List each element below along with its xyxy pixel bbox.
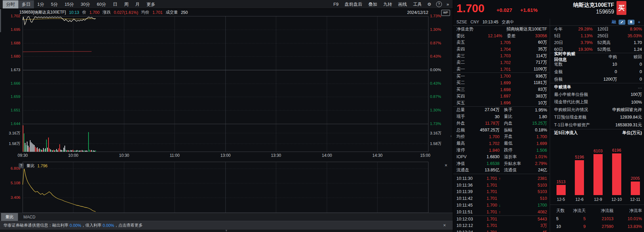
bid1-price: 1.700 <box>473 74 511 79</box>
ask4-price: 1.704 <box>473 47 511 52</box>
axis-label: 1.659 <box>0 94 20 99</box>
pcf-row: 现金替代比例上限100% <box>554 99 642 106</box>
bid-row-3[interactable]: 买三1.69883万 <box>456 86 547 93</box>
stat-label: 总额 <box>456 127 475 133</box>
ask-row-1[interactable]: 卖一1.7011109万 <box>456 66 547 73</box>
left-drag-handle[interactable] <box>0 9 1 32</box>
bid-row-1[interactable]: 买一1.700936万 <box>456 73 547 80</box>
ask-row-3[interactable]: 卖三1.703114万 <box>456 52 547 59</box>
stat-label: 最低 <box>504 141 523 146</box>
bid5-volume: 10万 <box>511 100 547 106</box>
tab-volume-ratio[interactable]: 量比 <box>1 213 18 221</box>
tab-week[interactable]: 周 <box>121 0 132 8</box>
wp-monitor-icon[interactable]: WP <box>441 10 450 16</box>
tab-month[interactable]: 月 <box>132 0 143 8</box>
tab-5min[interactable]: 5分 <box>47 0 61 8</box>
stat-value: 4597.25万 <box>475 127 500 133</box>
pcf-row: 申购赎回允许情况申购赎回皆允许 <box>554 106 642 114</box>
nav-fund-name: 招商纳斯达克100ETF <box>473 26 547 32</box>
tab-macd[interactable]: MACD <box>19 214 40 220</box>
tab-15min[interactable]: 15分 <box>61 0 77 8</box>
tick-row: 10:11:511.701↑4082 <box>456 209 547 215</box>
stat-label: 流通值 <box>504 167 523 173</box>
nav-row[interactable]: 净值走势 招商纳斯达克100ETF <box>456 26 547 33</box>
tab-more[interactable]: 更多 <box>143 0 159 8</box>
overlay-button[interactable]: 叠加 <box>365 0 380 8</box>
f9-button[interactable]: F9 <box>330 1 341 8</box>
bid5-label: 买五 <box>456 100 473 106</box>
nine-turn-button[interactable]: 九转 <box>380 0 395 8</box>
gear-icon[interactable]: ⚙ <box>425 1 434 8</box>
bid1-volume: 936万 <box>511 73 547 79</box>
volume-bar <box>45 148 46 152</box>
draw-line-button[interactable]: 画线 <box>395 0 410 8</box>
chevron-double-right-icon[interactable]: » <box>444 1 451 8</box>
edit-icon[interactable] <box>619 20 625 25</box>
ask-row-2[interactable]: 卖二1.702717万 <box>456 59 547 66</box>
margin-trading-icon[interactable]: 融 <box>612 19 616 25</box>
buy-button[interactable]: 买 <box>617 1 626 15</box>
rt-redeem-value: 0 <box>617 69 642 74</box>
bid-row-5[interactable]: 买五1.69610万 <box>456 100 547 106</box>
perf-value: 35.03% <box>620 34 642 38</box>
volume-bar <box>30 140 31 152</box>
volume-bar <box>84 150 84 152</box>
tick-time: 10:11:30 <box>456 176 478 181</box>
axis-label: 1.666 <box>0 81 20 85</box>
help-icon[interactable]: ? <box>434 0 444 8</box>
bell-icon[interactable] <box>628 20 635 25</box>
volume-bar <box>27 142 27 152</box>
tab-day[interactable]: 日 <box>110 0 121 8</box>
avg-label: 均价 <box>141 9 150 15</box>
perf-row: 5日1.13%250日35.03% <box>554 33 642 39</box>
axis-label: 0.43% <box>430 54 451 58</box>
stat-value: 1.6538 <box>475 161 500 166</box>
rt-redeem-value: 0 <box>617 62 642 67</box>
notice-more-link[interactable]: ，点击查看更多 <box>114 223 143 228</box>
tab-timeshare[interactable]: 分时 <box>3 0 18 8</box>
server-time: 10:13:45 <box>483 20 499 24</box>
axis-label: 0.87% <box>430 41 451 45</box>
chart-section: 分时 多日 1分 5分 15分 30分 60分 日 周 月 更多 F9 盘前盘后… <box>0 0 453 232</box>
subchart-close-icon[interactable]: × <box>443 163 449 168</box>
tab-30min[interactable]: 30分 <box>77 0 93 8</box>
ask-row-5[interactable]: 卖五1.70560万 <box>456 39 547 46</box>
panel-collapse-handle[interactable]: › <box>450 134 452 138</box>
axis-label: 1.30% <box>430 108 451 112</box>
rt-subscribe-value: 0 <box>579 69 617 74</box>
tab-1min[interactable]: 1分 <box>34 0 47 8</box>
tick-volume: 510 <box>502 196 547 201</box>
stat-row: 总额4597.25万振幅0.18% <box>456 127 547 133</box>
ask3-price: 1.703 <box>473 54 511 58</box>
stat-row: 均价1.700开盘1.700 <box>456 133 547 140</box>
pre-post-market-button[interactable]: 盘前盘后 <box>341 0 365 8</box>
pcf-label: 最小申赎单位份额 <box>554 92 631 98</box>
tools-button[interactable]: 工具 <box>410 0 425 8</box>
bid-row-2[interactable]: 买二1.6991181万 <box>456 80 547 86</box>
tick-row: 10:11:421.701510 <box>456 195 547 202</box>
stat-label: 最高 <box>456 141 475 146</box>
x-axis-label: 09:30 <box>18 153 28 158</box>
perf-value: 29.28% <box>570 27 593 31</box>
tick-list[interactable]: 10:11:301.701↑2381 10:11:361.7015103 10:… <box>456 174 547 232</box>
flow-bar-group: 5196 <box>573 155 586 195</box>
bid-row-4[interactable]: 买四1.697383万 <box>456 93 547 100</box>
tab-multiday[interactable]: 多日 <box>18 0 34 8</box>
notice-close-icon[interactable]: × <box>443 223 446 228</box>
stat-value: 11.78万 <box>475 121 500 126</box>
fund-info-column: 融 ＋ 今年29.28%120日8.90% 5日1.13%250日35.03% … <box>550 19 644 232</box>
add-icon[interactable]: ＋ <box>637 19 641 25</box>
perf-value: 8.90% <box>620 27 642 31</box>
ellipsis-more-icon[interactable]: … <box>638 85 642 89</box>
stat-value: 1.700 <box>475 134 500 139</box>
tick-price: 1.701 <box>478 223 497 228</box>
indicator-help-icon[interactable]: ? <box>19 163 24 168</box>
stat-label: 量比 <box>504 114 523 120</box>
table-row: 1092759013.83% <box>554 223 642 231</box>
ask-row-4[interactable]: 卖四1.70435万 <box>456 46 547 53</box>
tab-60min[interactable]: 60分 <box>93 0 109 8</box>
volume-bar <box>51 150 52 152</box>
collapse-strip[interactable]: ∨ <box>0 230 453 232</box>
volume-bar <box>53 150 54 152</box>
rt-subscribe-value: 1200万 <box>579 77 617 82</box>
